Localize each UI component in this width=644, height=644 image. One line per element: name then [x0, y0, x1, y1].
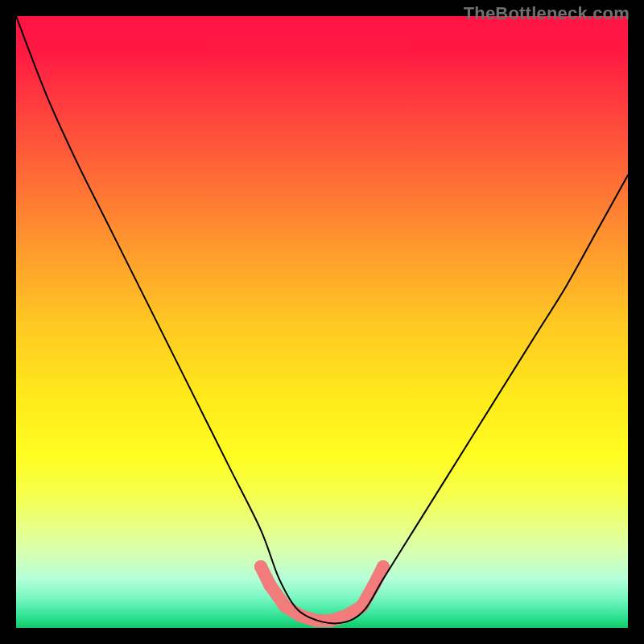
- trough-markers: [254, 560, 390, 627]
- trough-marker: [279, 600, 291, 613]
- bottleneck-curve: [16, 16, 628, 623]
- chart-svg: [16, 16, 628, 628]
- trough-marker: [324, 614, 337, 627]
- watermark-text: TheBottleneck.com: [464, 3, 630, 24]
- trough-marker: [263, 579, 276, 592]
- trough-marker: [254, 560, 267, 573]
- trough-marker: [368, 579, 381, 592]
- chart-frame: [16, 16, 628, 628]
